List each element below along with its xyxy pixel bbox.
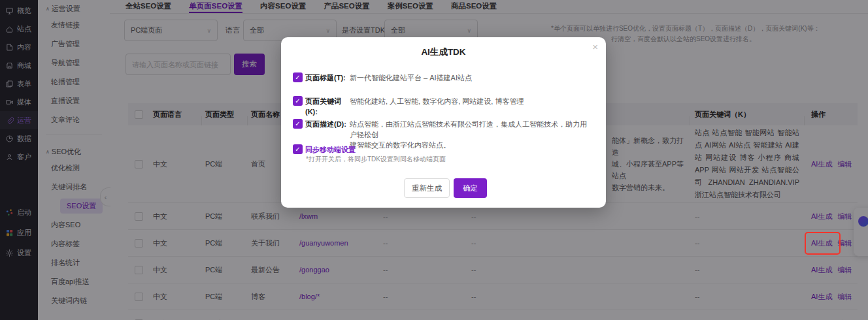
field-value: 智能化建站, 人工智能, 数字化内容, 网站建设, 博客管理 — [350, 96, 524, 106]
modal-row-sync-mobile: ✓ 同步移动端设置 — [293, 144, 593, 155]
modal-row-keywords: ✓ 页面关键词(K): 智能化建站, 人工智能, 数字化内容, 网站建设, 博客… — [293, 96, 593, 117]
modal-title: AI生成TDK — [281, 46, 606, 58]
confirm-button[interactable]: 确定 — [454, 178, 487, 198]
field-label: 页面关键词(K): — [305, 96, 350, 117]
checkbox-checked[interactable]: ✓ — [293, 144, 303, 154]
checkbox-checked[interactable]: ✓ — [293, 96, 303, 106]
regenerate-button[interactable]: 重新生成 — [404, 178, 450, 198]
seo-settings-page: 概览 站点 内容 商城 表单 媒体 — [0, 0, 868, 320]
field-label: 页面标题(T): — [305, 72, 350, 83]
field-label: 页面描述(D): — [305, 119, 350, 129]
sync-mobile-note: *打开开关后，将同步TDK设置到同名移动端页面 — [306, 155, 446, 164]
field-value: 新一代智能化建站平台 – AI搭建AI站点 — [350, 72, 472, 83]
modal-row-title: ✓ 页面标题(T): 新一代智能化建站平台 – AI搭建AI站点 — [293, 72, 593, 83]
checkbox-checked[interactable]: ✓ — [293, 72, 303, 82]
ai-generate-tdk-modal: × AI生成TDK ✓ 页面标题(T): 新一代智能化建站平台 – AI搭建AI… — [281, 37, 606, 208]
checkbox-checked[interactable]: ✓ — [293, 119, 303, 129]
sync-mobile-label[interactable]: 同步移动端设置 — [305, 144, 356, 155]
